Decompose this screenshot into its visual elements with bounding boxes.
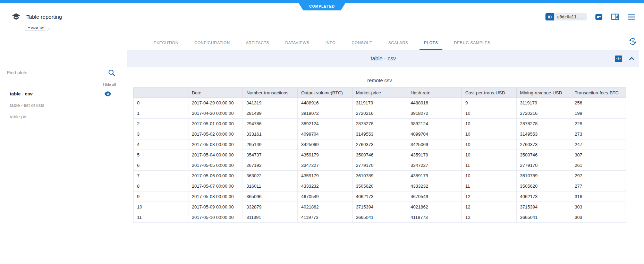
table-cell: 2720216 <box>516 108 571 119</box>
table-cell: 10 <box>461 129 516 139</box>
table-cell: 3610789 <box>352 171 407 181</box>
table-cell: 281489 <box>243 108 298 119</box>
tab-artifacts[interactable]: ARTIFACTS <box>238 36 277 50</box>
plot-list-item-table-csv[interactable]: table - csv <box>0 88 127 100</box>
table-cell: 11 <box>134 212 188 223</box>
table-row: 112017-05-10 00:00:003113914119773366504… <box>134 212 626 223</box>
plot-panel: table - csv </> remote csv DateNumber-tr… <box>127 50 639 264</box>
table-row: 12017-04-30 00:00:0028148939180722720216… <box>134 108 626 119</box>
plot-header-actions: </> <box>615 50 634 67</box>
eye-icon[interactable] <box>104 91 111 96</box>
table-cell: 2760373 <box>516 139 571 150</box>
table-cell: 12 <box>461 191 516 202</box>
add-tag-button[interactable]: + ADD TAG <box>25 25 47 31</box>
id-badge: ID <box>545 13 554 20</box>
table-cell: 3892124 <box>407 119 462 129</box>
header-actions: ID e0dc0a11... <box>545 13 636 20</box>
table-row: 92017-05-08 00:00:0036509646705494062173… <box>134 191 626 202</box>
auto-refresh-icon[interactable] <box>628 37 637 46</box>
table-cell: 3505620 <box>352 181 407 191</box>
content-area: Hide all table - csvtable - list of list… <box>0 50 644 264</box>
plot-list: table - csvtable - list of liststable pd <box>0 88 127 122</box>
table-cell: 295149 <box>243 139 298 150</box>
table-cell: 2878278 <box>352 119 407 129</box>
search-icon[interactable] <box>108 69 116 78</box>
table-row: 42017-05-03 00:00:0029514934250692760373… <box>134 139 626 150</box>
table-cell: 4119773 <box>407 212 462 223</box>
table-cell: 3347227 <box>297 160 352 171</box>
table-cell: 2017-05-01 00:00:00 <box>188 119 243 129</box>
table-cell: 3119179 <box>516 98 571 108</box>
table-cell: 341319 <box>243 98 298 108</box>
tab-configuration[interactable]: CONFIGURATION <box>186 36 238 50</box>
status-banner: COMPLETED <box>298 3 346 10</box>
plot-list-item-table-list-of-lists[interactable]: table - list of lists <box>0 100 127 111</box>
table-row: 32017-05-02 00:00:0033316140997043149553… <box>134 129 626 139</box>
table-cell: 2779170 <box>352 160 407 171</box>
plot-body: remote csv DateNumber-transactionsOutput… <box>127 78 639 246</box>
table-cell: 4119773 <box>297 212 352 223</box>
tab-dataviews[interactable]: DATAVIEWS <box>277 36 317 50</box>
details-panel-icon[interactable] <box>611 14 619 20</box>
experiment-id-chip[interactable]: ID e0dc0a11... <box>545 13 587 20</box>
table-cell: 199 <box>571 108 626 119</box>
table-cell: 273 <box>571 129 626 139</box>
table-cell: 311391 <box>243 212 298 223</box>
table-cell: 4099704 <box>407 129 462 139</box>
table-cell: 2017-05-04 00:00:00 <box>188 150 243 160</box>
table-cell: 12 <box>461 212 516 223</box>
table-cell: 247 <box>571 139 626 150</box>
tab-plots[interactable]: PLOTS <box>416 36 446 50</box>
table-row: 52017-05-04 00:00:0035473743591793500746… <box>134 150 626 160</box>
table-cell: 11 <box>461 181 516 191</box>
column-header: Transaction-fees-BTC <box>571 88 626 98</box>
tab-console[interactable]: CONSOLE <box>344 36 380 50</box>
table-cell: 5 <box>134 150 188 160</box>
table-cell: 4021862 <box>407 202 462 212</box>
table-cell: 303 <box>571 202 626 212</box>
tab-execution[interactable]: EXECUTION <box>146 36 187 50</box>
table-cell: 333161 <box>243 129 298 139</box>
table-cell: 4359179 <box>297 171 352 181</box>
tab-scalars[interactable]: SCALARS <box>380 36 416 50</box>
tab-info[interactable]: INFO <box>317 36 344 50</box>
table-cell: 4062173 <box>352 191 407 202</box>
table-cell: 228 <box>571 119 626 129</box>
plots-sidebar: Hide all table - csvtable - list of list… <box>0 50 127 264</box>
table-cell: 2017-05-05 00:00:00 <box>188 160 243 171</box>
table-cell: 4359179 <box>407 150 462 160</box>
table-cell: 3610789 <box>516 171 571 181</box>
table-cell: 2017-05-06 00:00:00 <box>188 171 243 181</box>
table-body: 02017-04-29 00:00:0034131944889163119179… <box>134 98 626 223</box>
table-cell: 4062173 <box>516 191 571 202</box>
search-input[interactable] <box>7 70 116 75</box>
comments-icon[interactable] <box>595 14 603 20</box>
table-row: 82017-05-07 00:00:0031601143332323505620… <box>134 181 626 191</box>
status-label: COMPLETED <box>309 4 335 9</box>
plot-list-item-table-pd[interactable]: table pd <box>0 111 127 122</box>
menu-icon[interactable] <box>627 14 636 20</box>
table-cell: 4021862 <box>297 202 352 212</box>
table-cell: 256 <box>571 98 626 108</box>
embed-code-icon[interactable]: </> <box>615 56 622 62</box>
table-cell: 3505620 <box>516 181 571 191</box>
table-cell: 7 <box>134 171 188 181</box>
collapse-chevron-icon[interactable] <box>629 57 634 60</box>
table-header-row: DateNumber-transactionsOutput-volume(BTC… <box>134 88 626 98</box>
table-cell: 8 <box>134 181 188 191</box>
table-row: 22017-05-01 00:00:0029478638921242878278… <box>134 119 626 129</box>
column-header: Cost-per-trans-USD <box>461 88 516 98</box>
table-cell: 354737 <box>243 150 298 160</box>
table-cell: 2017-05-10 00:00:00 <box>188 212 243 223</box>
table-cell: 10 <box>461 108 516 119</box>
tab-debug-samples[interactable]: DEBUG SAMPLES <box>446 36 498 50</box>
table-cell: 4333232 <box>297 181 352 191</box>
table-cell: 4099704 <box>297 129 352 139</box>
table-cell: 2017-05-08 00:00:00 <box>188 191 243 202</box>
table-cell: 316 <box>571 191 626 202</box>
column-header: Number-transactions <box>243 88 298 98</box>
plot-item-label: table pd <box>10 114 26 119</box>
hide-all-link[interactable]: Hide all <box>0 83 116 87</box>
table-cell: 3892124 <box>297 119 352 129</box>
table-cell: 261 <box>571 160 626 171</box>
